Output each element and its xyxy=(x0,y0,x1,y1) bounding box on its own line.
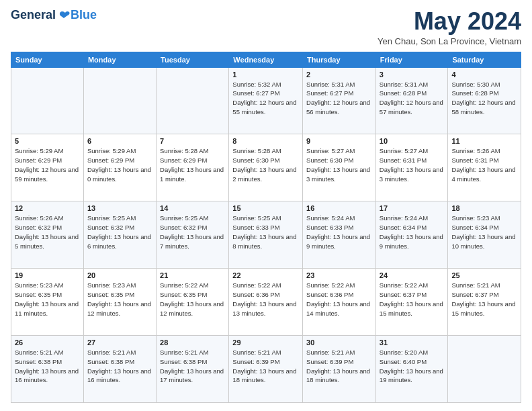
table-row: 1Sunrise: 5:32 AM Sunset: 6:27 PM Daylig… xyxy=(229,67,303,134)
day-info: Sunrise: 5:21 AM Sunset: 6:39 PM Dayligh… xyxy=(232,348,299,385)
day-info: Sunrise: 5:21 AM Sunset: 6:39 PM Dayligh… xyxy=(306,348,372,385)
day-number: 3 xyxy=(380,71,445,79)
table-row: 22Sunrise: 5:22 AM Sunset: 6:36 PM Dayli… xyxy=(229,269,303,336)
day-number: 27 xyxy=(87,338,152,347)
day-info: Sunrise: 5:23 AM Sunset: 6:34 PM Dayligh… xyxy=(451,214,517,250)
day-info: Sunrise: 5:31 AM Sunset: 6:28 PM Dayligh… xyxy=(380,80,445,117)
day-info: Sunrise: 5:21 AM Sunset: 6:37 PM Dayligh… xyxy=(451,281,517,318)
day-info: Sunrise: 5:26 AM Sunset: 6:32 PM Dayligh… xyxy=(15,214,80,250)
day-info: Sunrise: 5:26 AM Sunset: 6:31 PM Dayligh… xyxy=(451,146,517,183)
day-info: Sunrise: 5:25 AM Sunset: 6:32 PM Dayligh… xyxy=(87,214,152,250)
day-info: Sunrise: 5:22 AM Sunset: 6:36 PM Dayligh… xyxy=(306,281,372,318)
day-number: 30 xyxy=(306,338,372,347)
table-row: 2Sunrise: 5:31 AM Sunset: 6:27 PM Daylig… xyxy=(303,67,376,134)
table-row: 24Sunrise: 5:22 AM Sunset: 6:37 PM Dayli… xyxy=(375,269,448,336)
table-row: 21Sunrise: 5:22 AM Sunset: 6:35 PM Dayli… xyxy=(157,269,229,336)
table-row: 27Sunrise: 5:21 AM Sunset: 6:38 PM Dayli… xyxy=(83,336,156,403)
table-row: 13Sunrise: 5:25 AM Sunset: 6:32 PM Dayli… xyxy=(83,201,156,269)
calendar-week-2: 12Sunrise: 5:26 AM Sunset: 6:32 PM Dayli… xyxy=(11,201,521,269)
table-row: 5Sunrise: 5:29 AM Sunset: 6:29 PM Daylig… xyxy=(11,134,84,201)
day-number: 10 xyxy=(380,137,445,145)
day-info: Sunrise: 5:21 AM Sunset: 6:38 PM Dayligh… xyxy=(15,348,80,385)
table-row: 26Sunrise: 5:21 AM Sunset: 6:38 PM Dayli… xyxy=(11,336,84,403)
table-row: 10Sunrise: 5:27 AM Sunset: 6:31 PM Dayli… xyxy=(375,134,448,201)
calendar-week-3: 19Sunrise: 5:23 AM Sunset: 6:35 PM Dayli… xyxy=(11,269,521,336)
table-row xyxy=(11,67,84,134)
table-row: 17Sunrise: 5:24 AM Sunset: 6:34 PM Dayli… xyxy=(375,201,448,269)
table-row: 31Sunrise: 5:20 AM Sunset: 6:40 PM Dayli… xyxy=(375,336,448,403)
day-number: 5 xyxy=(15,137,80,145)
day-number: 8 xyxy=(232,137,299,145)
calendar-week-4: 26Sunrise: 5:21 AM Sunset: 6:38 PM Dayli… xyxy=(11,336,521,403)
day-number: 4 xyxy=(451,71,517,79)
day-info: Sunrise: 5:22 AM Sunset: 6:37 PM Dayligh… xyxy=(380,281,445,318)
day-number: 24 xyxy=(380,271,445,279)
day-number: 17 xyxy=(380,204,445,212)
table-row: 16Sunrise: 5:24 AM Sunset: 6:33 PM Dayli… xyxy=(303,201,376,269)
calendar-week-1: 5Sunrise: 5:29 AM Sunset: 6:29 PM Daylig… xyxy=(11,134,521,201)
table-row xyxy=(83,67,156,134)
day-info: Sunrise: 5:22 AM Sunset: 6:36 PM Dayligh… xyxy=(232,281,299,318)
day-info: Sunrise: 5:28 AM Sunset: 6:30 PM Dayligh… xyxy=(232,146,299,183)
table-row: 15Sunrise: 5:25 AM Sunset: 6:33 PM Dayli… xyxy=(229,201,303,269)
day-info: Sunrise: 5:24 AM Sunset: 6:34 PM Dayligh… xyxy=(380,214,445,250)
title-section: May 2024 Yen Chau, Son La Province, Viet… xyxy=(378,8,521,46)
month-year-title: May 2024 xyxy=(378,8,521,35)
day-info: Sunrise: 5:32 AM Sunset: 6:27 PM Dayligh… xyxy=(232,80,299,117)
day-info: Sunrise: 5:21 AM Sunset: 6:38 PM Dayligh… xyxy=(87,348,152,385)
day-number: 21 xyxy=(160,271,225,279)
col-sunday: Sunday xyxy=(11,52,84,67)
day-info: Sunrise: 5:27 AM Sunset: 6:31 PM Dayligh… xyxy=(380,146,445,183)
header-row: Sunday Monday Tuesday Wednesday Thursday… xyxy=(11,52,521,67)
calendar-table: Sunday Monday Tuesday Wednesday Thursday… xyxy=(11,52,521,403)
table-row: 30Sunrise: 5:21 AM Sunset: 6:39 PM Dayli… xyxy=(303,336,376,403)
day-number: 16 xyxy=(306,204,372,212)
calendar-week-0: 1Sunrise: 5:32 AM Sunset: 6:27 PM Daylig… xyxy=(11,67,521,134)
day-info: Sunrise: 5:20 AM Sunset: 6:40 PM Dayligh… xyxy=(380,348,445,385)
table-row: 3Sunrise: 5:31 AM Sunset: 6:28 PM Daylig… xyxy=(375,67,448,134)
table-row: 29Sunrise: 5:21 AM Sunset: 6:39 PM Dayli… xyxy=(229,336,303,403)
day-number: 28 xyxy=(160,338,225,347)
col-thursday: Thursday xyxy=(303,52,376,67)
day-info: Sunrise: 5:29 AM Sunset: 6:29 PM Dayligh… xyxy=(87,146,152,183)
col-friday: Friday xyxy=(375,52,448,67)
table-row: 12Sunrise: 5:26 AM Sunset: 6:32 PM Dayli… xyxy=(11,201,84,269)
day-info: Sunrise: 5:27 AM Sunset: 6:30 PM Dayligh… xyxy=(306,146,372,183)
table-row: 20Sunrise: 5:23 AM Sunset: 6:35 PM Dayli… xyxy=(83,269,156,336)
table-row: 9Sunrise: 5:27 AM Sunset: 6:30 PM Daylig… xyxy=(303,134,376,201)
day-info: Sunrise: 5:25 AM Sunset: 6:33 PM Dayligh… xyxy=(232,214,299,250)
logo: General Blue xyxy=(11,8,97,22)
table-row: 18Sunrise: 5:23 AM Sunset: 6:34 PM Dayli… xyxy=(448,201,521,269)
col-tuesday: Tuesday xyxy=(157,52,229,67)
logo-text: General Blue xyxy=(11,8,97,22)
day-number: 31 xyxy=(380,338,445,347)
day-number: 12 xyxy=(15,204,80,212)
col-wednesday: Wednesday xyxy=(229,52,303,67)
day-number: 29 xyxy=(232,338,299,347)
day-number: 13 xyxy=(87,204,152,212)
day-number: 7 xyxy=(160,137,225,145)
day-info: Sunrise: 5:23 AM Sunset: 6:35 PM Dayligh… xyxy=(87,281,152,318)
day-number: 1 xyxy=(232,71,299,79)
table-row: 28Sunrise: 5:21 AM Sunset: 6:38 PM Dayli… xyxy=(157,336,229,403)
day-info: Sunrise: 5:28 AM Sunset: 6:29 PM Dayligh… xyxy=(160,146,225,183)
table-row: 11Sunrise: 5:26 AM Sunset: 6:31 PM Dayli… xyxy=(448,134,521,201)
logo-bird-icon xyxy=(57,10,71,21)
logo-general: General xyxy=(11,8,56,22)
day-info: Sunrise: 5:29 AM Sunset: 6:29 PM Dayligh… xyxy=(15,146,80,183)
table-row xyxy=(157,67,229,134)
day-info: Sunrise: 5:25 AM Sunset: 6:32 PM Dayligh… xyxy=(160,214,225,250)
day-number: 18 xyxy=(451,204,517,212)
day-number: 22 xyxy=(232,271,299,279)
table-row: 4Sunrise: 5:30 AM Sunset: 6:28 PM Daylig… xyxy=(448,67,521,134)
logo-blue: Blue xyxy=(71,8,97,22)
day-info: Sunrise: 5:23 AM Sunset: 6:35 PM Dayligh… xyxy=(15,281,80,318)
location-subtitle: Yen Chau, Son La Province, Vietnam xyxy=(378,36,521,46)
table-row: 23Sunrise: 5:22 AM Sunset: 6:36 PM Dayli… xyxy=(303,269,376,336)
day-number: 26 xyxy=(15,338,80,347)
calendar-page: General Blue May 2024 Yen Chau, Son La P… xyxy=(0,0,532,411)
day-number: 9 xyxy=(306,137,372,145)
day-number: 20 xyxy=(87,271,152,279)
day-number: 23 xyxy=(306,271,372,279)
table-row: 8Sunrise: 5:28 AM Sunset: 6:30 PM Daylig… xyxy=(229,134,303,201)
